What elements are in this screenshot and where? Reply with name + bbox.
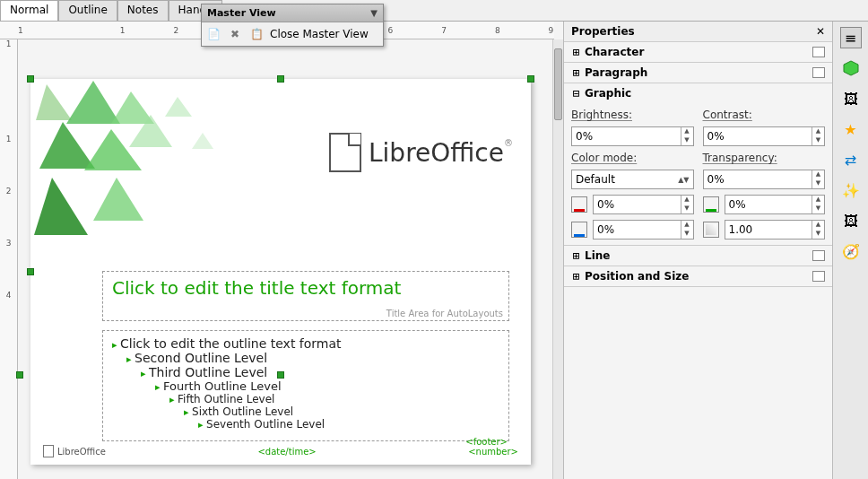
properties-title: Properties — [571, 25, 635, 38]
title-placeholder[interactable]: Click to edit the title text format Titl… — [102, 271, 509, 321]
libreoffice-logo: LibreOffice® — [329, 133, 513, 172]
navigator-icon[interactable]: 🧭 — [840, 240, 862, 262]
view-tabs: Normal Outline Notes Hando — [0, 0, 868, 22]
properties-deck-icon[interactable]: ≡ — [840, 27, 862, 48]
handle-w[interactable] — [27, 268, 34, 275]
tab-outline[interactable]: Outline — [58, 0, 117, 21]
close-master-view-button[interactable]: Close Master View — [270, 28, 369, 40]
slide-editor[interactable]: 11234567891011 11234 LibreOffice® — [0, 22, 563, 479]
contrast-label: Contrast: — [703, 109, 826, 121]
rename-master-icon[interactable]: 📋 — [248, 26, 265, 42]
footer-text[interactable]: <footer> — [465, 437, 508, 447]
cube-icon[interactable] — [840, 57, 862, 79]
sidebar-deck: ≡ 🖼 ★ ⇄ ✨ 🖼 🧭 — [832, 22, 868, 479]
outline-l3[interactable]: Third Outline Level — [141, 365, 499, 379]
toolbar-title-bar[interactable]: Master View ▼ — [202, 4, 383, 22]
section-character[interactable]: ⊞Character — [564, 42, 832, 62]
title-text[interactable]: Click to edit the title text format — [112, 277, 499, 299]
brightness-label: Brightness: — [571, 109, 694, 121]
colormode-select[interactable]: Default▲▼ — [571, 170, 694, 189]
outline-l6[interactable]: Sixth Outline Level — [184, 405, 499, 418]
handle-n[interactable] — [277, 75, 284, 83]
ruler-vertical[interactable]: 11234 — [0, 39, 18, 479]
section-icon[interactable] — [812, 250, 825, 261]
brightness-input[interactable]: 0%▲▼ — [571, 126, 694, 146]
title-hint: Title Area for AutoLayouts — [386, 309, 503, 318]
decorative-triangles — [30, 79, 264, 249]
delete-master-icon: ✖ — [227, 26, 243, 42]
outline-l5[interactable]: Fifth Outline Level — [169, 393, 499, 405]
close-icon[interactable]: ✕ — [816, 25, 825, 38]
outline-l4[interactable]: Fourth Outline Level — [155, 379, 499, 393]
logo-text: LibreOffice — [369, 138, 504, 168]
section-line[interactable]: ⊞Line — [564, 246, 832, 266]
contrast-input[interactable]: 0%▲▼ — [703, 126, 826, 146]
outline-l7[interactable]: Seventh Outline Level — [198, 418, 499, 431]
red-icon — [571, 196, 587, 213]
red-input[interactable]: 0%▲▼ — [593, 195, 694, 214]
master-pages-icon[interactable]: 🖼 — [840, 210, 862, 231]
tab-normal[interactable]: Normal — [0, 0, 58, 21]
logo-registered: ® — [504, 138, 513, 148]
green-input[interactable]: 0%▲▼ — [725, 195, 826, 214]
slide-footer: LibreOffice <date/time> <number> — [43, 443, 518, 459]
master-view-toolbar[interactable]: Master View ▼ 📄 ✖ 📋 Close Master View — [201, 4, 384, 47]
master-slide[interactable]: LibreOffice® Click to edit the title tex… — [30, 79, 531, 465]
gallery-icon[interactable]: 🖼 — [840, 88, 862, 109]
gamma-icon — [703, 222, 719, 238]
new-master-icon[interactable]: 📄 — [205, 26, 221, 42]
section-icon[interactable] — [812, 47, 825, 57]
star-icon[interactable]: ★ — [840, 118, 862, 140]
animation-icon[interactable]: ✨ — [840, 179, 862, 201]
green-icon — [703, 196, 719, 213]
logo-icon — [329, 133, 361, 172]
tab-notes[interactable]: Notes — [117, 0, 169, 21]
section-paragraph[interactable]: ⊞Paragraph — [564, 63, 832, 83]
toolbar-title: Master View — [207, 7, 276, 19]
handle-ne[interactable] — [527, 75, 534, 83]
outline-l1[interactable]: Click to edit the outline text format — [112, 336, 499, 351]
handle-nw[interactable] — [27, 75, 34, 83]
scrollbar-vertical[interactable] — [552, 39, 563, 479]
blue-icon — [571, 222, 587, 238]
section-graphic[interactable]: ⊟Graphic — [564, 83, 832, 103]
footer-datetime[interactable]: <date/time> — [257, 447, 316, 457]
gamma-input[interactable]: 1.00▲▼ — [725, 220, 826, 240]
transparency-label: Transparency: — [703, 152, 826, 164]
colormode-label: Color mode: — [571, 152, 694, 164]
properties-panel: Properties ✕ ⊞Character ⊞Paragraph ⊟Grap… — [563, 22, 832, 479]
section-position-size[interactable]: ⊞Position and Size — [564, 266, 832, 286]
outline-l2[interactable]: Second Outline Level — [126, 351, 499, 365]
section-icon[interactable] — [812, 67, 825, 78]
blue-input[interactable]: 0%▲▼ — [593, 220, 694, 240]
svg-marker-0 — [844, 61, 858, 75]
toolbar-dropdown-icon[interactable]: ▼ — [370, 8, 378, 18]
transparency-input[interactable]: 0%▲▼ — [703, 170, 826, 189]
footer-number[interactable]: <number> — [468, 447, 518, 457]
handle-mid[interactable] — [277, 371, 284, 379]
handle-mid-w[interactable] — [16, 371, 23, 379]
footer-logo: LibreOffice — [43, 445, 106, 457]
outline-placeholder[interactable]: Click to edit the outline text format Se… — [102, 330, 509, 441]
slide-transition-icon[interactable]: ⇄ — [840, 149, 862, 170]
scroll-thumb[interactable] — [554, 48, 562, 120]
section-icon[interactable] — [812, 271, 825, 282]
